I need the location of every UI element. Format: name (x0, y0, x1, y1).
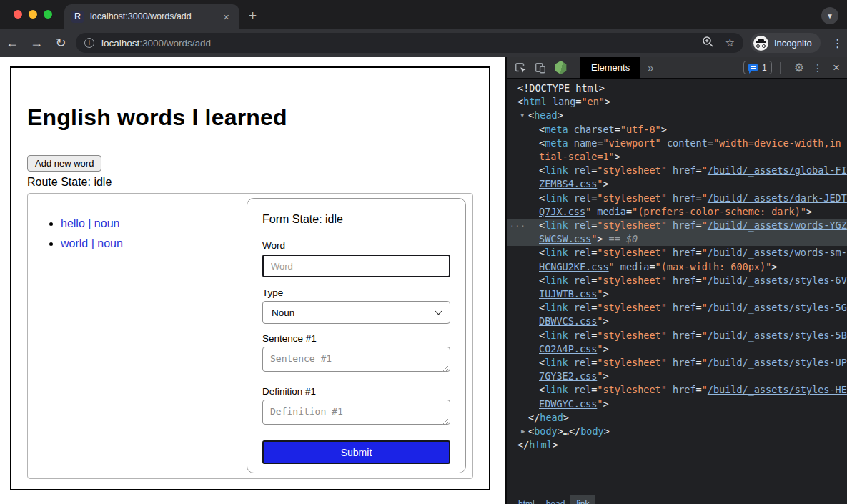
stylesheet-href-link[interactable]: /build/_assets/dark-JEDT (708, 192, 847, 204)
close-window-button[interactable] (14, 10, 22, 19)
code-line[interactable]: <link rel="stylesheet" href="/build/_ass… (507, 356, 847, 370)
collapse-arrow-icon[interactable]: ▼ (520, 109, 524, 122)
code-token: link (545, 275, 568, 286)
device-toolbar-icon[interactable] (534, 61, 547, 74)
word-input[interactable] (262, 255, 450, 277)
settings-gear-icon[interactable]: ⚙ (794, 61, 804, 74)
back-icon[interactable]: ← (0, 36, 24, 51)
tab-elements[interactable]: Elements (580, 57, 640, 79)
code-line[interactable]: <link rel="stylesheet" href="/build/_ass… (507, 164, 847, 177)
forward-icon[interactable]: → (24, 36, 49, 51)
incognito-badge: Incognito (751, 33, 821, 53)
breadcrumb-html[interactable]: html (512, 495, 540, 504)
stylesheet-href-link[interactable]: /build/_assets/words-sm- (708, 247, 847, 258)
inspect-element-icon[interactable] (514, 61, 527, 74)
code-token: href (673, 302, 696, 313)
stylesheet-href-link[interactable]: /build/_assets/global-FI (708, 164, 847, 176)
code-line[interactable]: <link rel="stylesheet" href="/build/_ass… (507, 329, 847, 342)
word-link-world[interactable]: world | noun (61, 237, 123, 249)
code-token: link (545, 164, 568, 176)
devtools-close-icon[interactable]: × (833, 61, 840, 75)
code-line[interactable]: CO2A4P.css"> (507, 342, 847, 356)
type-select[interactable]: Noun (262, 301, 450, 324)
issues-counter[interactable]: 1 (743, 61, 772, 74)
code-line[interactable]: </html> (507, 438, 847, 452)
code-line[interactable]: Q7JX.css" media="(prefers-color-scheme: … (507, 205, 847, 219)
breadcrumb-head[interactable]: head (540, 495, 571, 504)
stylesheet-href-link[interactable]: /build/_assets/styles-5B (708, 330, 847, 341)
stylesheet-href-link[interactable]: HCNGU2KF.css (539, 261, 609, 272)
stylesheet-href-link[interactable]: IUJWTB.css (539, 288, 597, 300)
word-link-hello[interactable]: hello | noun (61, 217, 119, 229)
code-token: html (523, 96, 547, 107)
expand-arrow-icon[interactable]: ▶ (521, 425, 525, 438)
code-line[interactable]: DBWVCS.css"> (507, 315, 847, 328)
site-info-icon[interactable]: i (84, 38, 94, 48)
code-line[interactable]: </head> (507, 411, 847, 425)
code-line[interactable]: <meta charset="utf-8"> (507, 123, 847, 137)
add-new-word-button[interactable]: Add new word (27, 155, 101, 172)
code-token: " (702, 247, 708, 258)
code-token: body (534, 425, 558, 437)
stylesheet-href-link[interactable]: 7GY3E2.css (539, 370, 597, 382)
code-line[interactable]: IUJWTB.css"> (507, 287, 847, 301)
more-tabs-icon[interactable]: » (648, 61, 653, 74)
stylesheet-href-link[interactable]: /build/_assets/styles-5G (708, 302, 847, 313)
code-line[interactable]: <!DOCTYPE html> (507, 81, 847, 95)
zoom-window-button[interactable] (44, 10, 52, 19)
stylesheet-href-link[interactable]: /build/_assets/styles-6V (708, 275, 847, 286)
stylesheet-href-link[interactable]: /build/_assets/words-YGZ (708, 219, 847, 231)
code-line[interactable]: ▶<body>…</body> (507, 425, 847, 438)
reload-icon[interactable]: ↻ (49, 35, 73, 51)
bookmark-star-icon[interactable]: ☆ (725, 36, 735, 49)
code-token (667, 357, 673, 368)
code-line[interactable]: <link rel="stylesheet" href="/build/_ass… (507, 301, 847, 315)
code-line[interactable]: ▼<head> (507, 109, 847, 122)
submit-button[interactable]: Submit (262, 440, 450, 464)
address-bar[interactable]: i localhost:3000/words/add ☆ (76, 33, 743, 53)
code-token: "viewport" (603, 137, 660, 149)
code-token: > (603, 315, 608, 327)
browser-tab[interactable]: R localhost:3000/words/add × (64, 4, 239, 29)
stylesheet-href-link[interactable]: ZEMBS4.css (539, 178, 597, 189)
code-token: = (708, 137, 713, 149)
code-line[interactable]: <link rel="stylesheet" href="/build/_ass… (507, 383, 847, 397)
code-token: < (539, 247, 545, 258)
page-viewport: English words I learned Add new word Rou… (0, 57, 505, 504)
code-line[interactable]: tial-scale=1"> (507, 150, 847, 164)
new-tab-button[interactable]: + (249, 9, 257, 22)
chrome-menu-icon[interactable]: ⋮ (829, 36, 846, 50)
code-token: < (539, 164, 545, 176)
breadcrumb-link[interactable]: link (570, 495, 595, 504)
code-line[interactable]: SWCSW.css"> == $0 (507, 232, 847, 246)
devtools-menu-icon[interactable]: ⋮ (813, 62, 823, 74)
stylesheet-href-link[interactable]: /build/_assets/styles-HE (708, 384, 847, 395)
node-options-ellipsis-icon[interactable]: ... (510, 217, 526, 231)
code-token (568, 330, 574, 341)
nodejs-icon[interactable] (555, 61, 567, 74)
code-line[interactable]: ...<link rel="stylesheet" href="/build/_… (507, 219, 847, 232)
code-line[interactable]: <link rel="stylesheet" href="/build/_ass… (507, 274, 847, 287)
minimize-window-button[interactable] (29, 10, 37, 19)
code-line[interactable]: HCNGU2KF.css" media="(max-width: 600px)"… (507, 260, 847, 274)
stylesheet-href-link[interactable]: EDWGYC.css (539, 398, 597, 410)
code-line[interactable]: <meta name="viewport" content="width=dev… (507, 137, 847, 150)
stylesheet-href-link[interactable]: Q7JX.css (539, 206, 585, 217)
code-line[interactable]: EDWGYC.css"> (507, 397, 847, 411)
code-line[interactable]: <link rel="stylesheet" href="/build/_ass… (507, 192, 847, 205)
code-line[interactable]: ZEMBS4.css"> (507, 177, 847, 191)
tab-close-icon[interactable]: × (220, 10, 232, 24)
sentence-textarea[interactable] (262, 347, 450, 372)
stylesheet-href-link[interactable]: SWCSW.css (539, 233, 591, 244)
code-line[interactable]: <link rel="stylesheet" href="/build/_ass… (507, 246, 847, 260)
code-token: href (673, 384, 696, 395)
stylesheet-href-link[interactable]: CO2A4P.css (539, 343, 597, 355)
definition-textarea[interactable] (262, 400, 450, 425)
code-line[interactable]: <html lang="en"> (507, 95, 847, 109)
code-line[interactable]: 7GY3E2.css"> (507, 370, 847, 383)
stylesheet-href-link[interactable]: /build/_assets/styles-UP (708, 357, 847, 368)
zoom-icon[interactable] (701, 35, 714, 51)
stylesheet-href-link[interactable]: DBWVCS.css (539, 315, 597, 327)
tab-overview-button[interactable]: ▼ (821, 7, 838, 24)
code-token: < (528, 109, 534, 121)
